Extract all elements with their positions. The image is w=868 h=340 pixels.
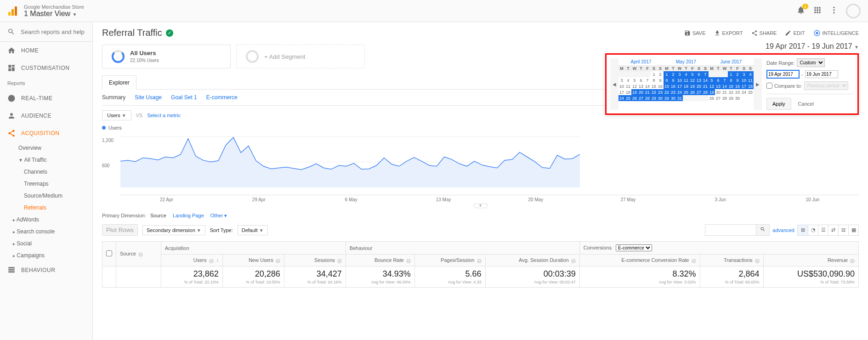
cal-day[interactable]: 18 — [683, 83, 689, 89]
advanced-link[interactable]: advanced — [772, 227, 794, 233]
nav-sub-all-traffic[interactable]: ▼ All Traffic — [0, 154, 92, 166]
cal-day[interactable]: 15 — [728, 83, 734, 89]
intelligence-button[interactable]: INTELLIGENCE — [813, 29, 859, 37]
nav-sub-referrals[interactable]: Referrals — [0, 202, 92, 214]
cal-day[interactable]: 7 — [721, 77, 728, 83]
cal-day[interactable]: 18 — [625, 89, 631, 95]
cal-day[interactable]: 4 — [683, 71, 689, 77]
cal-day[interactable]: 19 — [631, 89, 638, 95]
cal-day[interactable]: 12 — [709, 83, 715, 89]
cal-day[interactable]: 8 — [664, 77, 670, 83]
select-all-checkbox[interactable] — [106, 250, 112, 256]
cal-day[interactable]: 11 — [683, 77, 689, 83]
table-search-button[interactable] — [756, 225, 769, 235]
cal-day[interactable]: 21 — [702, 83, 709, 89]
nav-sub-source-medium[interactable]: Source/Medium — [0, 190, 92, 202]
cal-next-button[interactable]: ▶ — [754, 58, 762, 110]
cal-day[interactable]: 26 — [689, 89, 696, 95]
save-button[interactable]: SAVE — [684, 29, 706, 37]
apps-button[interactable] — [813, 6, 822, 16]
cal-day[interactable]: 24 — [618, 95, 625, 101]
nav-acquisition[interactable]: ACQUISITION — [0, 125, 92, 142]
dimension-other[interactable]: Other ▾ — [210, 213, 227, 218]
date-range-select[interactable]: Custom — [797, 58, 825, 67]
cal-day[interactable]: 3 — [618, 77, 625, 83]
cal-day[interactable]: 1 — [651, 71, 657, 77]
cal-day[interactable]: 27 — [696, 89, 702, 95]
cal-day[interactable]: 10 — [618, 83, 625, 89]
sort-type-select[interactable]: Default ▼ — [238, 225, 268, 235]
cal-day[interactable]: 16 — [657, 83, 664, 89]
cal-day[interactable]: 6 — [715, 77, 721, 83]
share-button[interactable]: SHARE — [751, 29, 777, 37]
nav-home[interactable]: HOME — [0, 42, 92, 59]
nav-behaviour[interactable]: BEHAVIOUR — [0, 261, 92, 279]
help-icon[interactable]: ? — [276, 259, 280, 263]
col-sessions[interactable]: Sessions ? — [284, 255, 346, 266]
cal-day[interactable]: 9 — [657, 77, 664, 83]
notifications-button[interactable]: 1 — [796, 6, 806, 16]
view-percentage-button[interactable]: ◔ — [808, 225, 818, 235]
subtab-goal-set-1[interactable]: Goal Set 1 — [171, 94, 197, 101]
start-date-input[interactable] — [766, 70, 800, 79]
cal-day[interactable]: 15 — [651, 83, 657, 89]
cal-day[interactable]: 7 — [644, 77, 651, 83]
cal-day[interactable]: 8 — [651, 77, 657, 83]
cal-day[interactable]: 29 — [728, 95, 734, 101]
cal-day[interactable]: 3 — [676, 71, 683, 77]
cal-day[interactable]: 7 — [702, 71, 709, 77]
view-pivot-button[interactable]: ⊟ — [838, 225, 848, 235]
cal-day[interactable]: 27 — [715, 95, 721, 101]
cal-day[interactable]: 19 — [689, 83, 696, 89]
tab-explorer[interactable]: Explorer — [102, 75, 136, 90]
cal-day[interactable]: 23 — [657, 89, 664, 95]
add-segment-button[interactable]: + Add Segment — [236, 45, 365, 68]
col-revenue[interactable]: Revenue ? — [763, 255, 858, 266]
cal-day[interactable]: 13 — [715, 83, 721, 89]
cal-day[interactable]: 27 — [638, 95, 644, 101]
cal-day[interactable]: 16 — [734, 83, 741, 89]
cal-day[interactable]: 11 — [747, 77, 754, 83]
subtab-e-commerce[interactable]: E-commerce — [206, 94, 238, 101]
view-performance-button[interactable]: ☰ — [818, 225, 828, 235]
cal-day[interactable]: 22 — [651, 89, 657, 95]
help-icon[interactable]: ? — [209, 259, 214, 263]
col-new-users[interactable]: New Users ? — [222, 255, 284, 266]
cal-day[interactable]: 30 — [670, 95, 676, 101]
conversions-select[interactable]: E-commerce — [616, 244, 652, 251]
nav-sub-campaigns[interactable]: ▸ Campaigns — [0, 249, 92, 261]
help-icon[interactable]: ? — [477, 259, 482, 263]
subtab-summary[interactable]: Summary — [102, 94, 125, 101]
cal-day[interactable]: 9 — [670, 77, 676, 83]
compare-checkbox[interactable] — [766, 83, 772, 89]
view-selector[interactable]: Google Merchandise Store 1 Master View ▼ — [24, 4, 84, 18]
cal-day[interactable]: 21 — [644, 89, 651, 95]
cal-day[interactable]: 22 — [728, 89, 734, 95]
col-bounce-rate[interactable]: Bounce Rate ? — [346, 255, 414, 266]
cal-day[interactable]: 4 — [747, 71, 754, 77]
cal-day[interactable]: 10 — [741, 77, 747, 83]
cal-day[interactable]: 30 — [657, 95, 664, 101]
cal-day[interactable]: 17 — [741, 83, 747, 89]
cal-day[interactable]: 31 — [676, 95, 683, 101]
cal-day[interactable]: 8 — [728, 77, 734, 83]
cal-day[interactable]: 13 — [638, 83, 644, 89]
cal-day[interactable]: 2 — [734, 71, 741, 77]
nav-sub-channels[interactable]: Channels — [0, 166, 92, 178]
nav-sub-overview[interactable]: Overview — [0, 142, 92, 154]
cal-day[interactable]: 1 — [664, 71, 670, 77]
date-range-display[interactable]: 19 Apr 2017 - 19 Jun 2017 ▼ — [766, 42, 859, 51]
help-icon[interactable]: ? — [406, 259, 411, 263]
cal-day[interactable]: 5 — [631, 77, 638, 83]
cancel-button[interactable]: Cancel — [793, 98, 819, 109]
cal-day[interactable]: 21 — [721, 89, 728, 95]
cal-day[interactable]: 3 — [741, 71, 747, 77]
cal-day[interactable]: 12 — [689, 77, 696, 83]
cal-day[interactable]: 20 — [715, 89, 721, 95]
help-icon[interactable]: ? — [571, 259, 576, 263]
cal-day[interactable]: 24 — [676, 89, 683, 95]
col-source[interactable]: Source ? — [116, 242, 161, 266]
view-comparison-button[interactable]: ⇄ — [828, 225, 838, 235]
cal-day[interactable]: 12 — [631, 83, 638, 89]
cal-day[interactable]: 9 — [734, 77, 741, 83]
